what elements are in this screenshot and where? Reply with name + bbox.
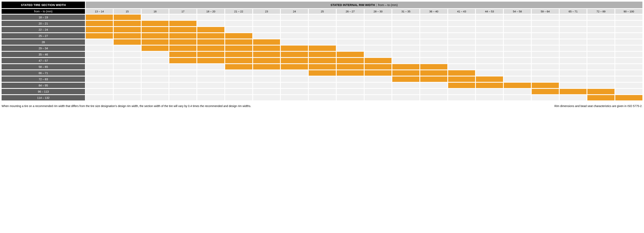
footnotes: When mounting a tire on a recommended ri…: [1, 104, 643, 108]
cell-recommended: [337, 58, 364, 63]
cell-empty: [86, 46, 113, 51]
cell-empty: [532, 70, 559, 76]
cell-empty: [448, 52, 475, 57]
cell-recommended: [364, 64, 392, 70]
cell-empty: [532, 27, 559, 32]
cell-empty: [253, 21, 280, 26]
cell-empty: [281, 70, 308, 76]
cell-empty: [225, 70, 252, 76]
cell-empty: [587, 21, 614, 26]
cell-empty: [392, 39, 420, 45]
cell-empty: [560, 46, 587, 51]
cell-empty: [281, 95, 308, 100]
cell-empty: [281, 89, 308, 94]
cell-empty: [337, 27, 364, 32]
cell-empty: [392, 46, 420, 51]
cell-empty: [615, 77, 642, 82]
column-header: 36 – 40: [420, 9, 447, 14]
column-header: 54 – 58: [504, 9, 531, 14]
table-row: 29 – 34: [1, 45, 643, 51]
cell-empty: [560, 58, 587, 63]
cell-recommended: [169, 46, 196, 51]
cell-empty: [476, 58, 503, 63]
cell-empty: [309, 77, 336, 82]
cell-empty: [392, 83, 420, 88]
cell-empty: [532, 39, 559, 45]
col-axis-title-unit: from – to (mm): [378, 3, 398, 7]
row-cells: [85, 14, 643, 20]
cell-empty: [615, 52, 642, 57]
row-header: 29 – 34: [2, 46, 85, 51]
cell-empty: [587, 70, 614, 76]
cell-empty: [197, 83, 224, 88]
cell-empty: [615, 27, 642, 32]
row-header: 35 – 46: [2, 52, 85, 57]
column-header: 90 – 100: [615, 9, 642, 14]
cell-empty: [587, 15, 614, 20]
cell-recommended: [114, 27, 141, 32]
table-row: 96 – 113: [1, 88, 643, 95]
row-cells: [85, 39, 643, 45]
row-header: 58 – 65: [2, 64, 85, 70]
cell-empty: [420, 39, 447, 45]
cell-empty: [587, 39, 614, 45]
cell-empty: [476, 27, 503, 32]
cell-empty: [476, 39, 503, 45]
cell-empty: [114, 58, 141, 63]
cell-recommended: [225, 46, 252, 51]
cell-empty: [392, 89, 420, 94]
cell-empty: [615, 39, 642, 45]
cell-empty: [337, 77, 364, 82]
cell-empty: [615, 70, 642, 76]
cell-empty: [420, 89, 447, 94]
cell-recommended: [253, 46, 280, 51]
cell-empty: [114, 77, 141, 82]
cell-empty: [281, 39, 308, 45]
cell-empty: [114, 64, 141, 70]
cell-empty: [337, 39, 364, 45]
cell-empty: [281, 21, 308, 26]
cell-empty: [169, 70, 196, 76]
cell-empty: [197, 64, 224, 70]
cell-empty: [225, 89, 252, 94]
table-row: 58 – 65: [1, 64, 643, 70]
cell-empty: [253, 70, 280, 76]
cell-empty: [420, 52, 447, 57]
cell-empty: [169, 89, 196, 94]
cell-empty: [504, 15, 531, 20]
cell-recommended: [392, 70, 420, 76]
cell-empty: [476, 95, 503, 100]
cell-empty: [86, 39, 113, 45]
cell-recommended: [448, 83, 475, 88]
cell-recommended: [448, 77, 475, 82]
cell-empty: [504, 46, 531, 51]
cell-empty: [281, 83, 308, 88]
cell-recommended: [253, 64, 280, 70]
cell-recommended: [281, 58, 308, 63]
row-cells: [85, 70, 643, 76]
column-header: 15: [114, 9, 141, 14]
cell-empty: [504, 39, 531, 45]
column-header: 59 – 64: [532, 9, 559, 14]
column-header: 17: [169, 9, 196, 14]
cell-recommended: [142, 46, 169, 51]
cell-empty: [476, 52, 503, 57]
cell-recommended: [197, 58, 224, 63]
row-cells: [85, 64, 643, 70]
cell-recommended: [281, 52, 308, 57]
cell-empty: [615, 58, 642, 63]
cell-empty: [420, 46, 447, 51]
row-cells: [85, 76, 643, 82]
cell-empty: [615, 46, 642, 51]
cell-empty: [560, 27, 587, 32]
cell-empty: [309, 83, 336, 88]
cell-empty: [587, 58, 614, 63]
cell-empty: [392, 15, 420, 20]
cell-empty: [197, 95, 224, 100]
row-header: 66 – 71: [2, 70, 85, 76]
cell-empty: [142, 89, 169, 94]
cell-recommended: [86, 33, 113, 39]
cell-empty: [225, 27, 252, 32]
cell-empty: [392, 52, 420, 57]
cell-recommended: [392, 77, 420, 82]
